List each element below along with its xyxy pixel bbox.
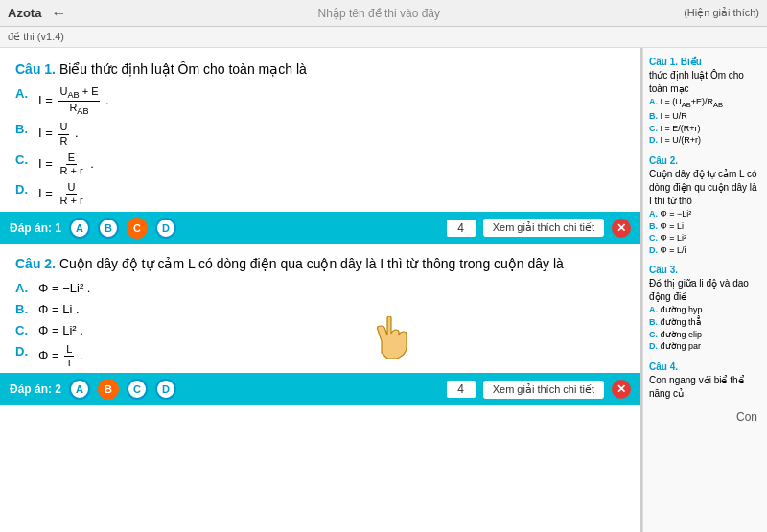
main-layout: Câu 1. Biểu thức định luật Ôm cho toàn m… <box>0 48 767 532</box>
q1-option-b[interactable]: B. I = UR . <box>15 121 625 147</box>
q1-text-d: I = UR + r <box>38 181 87 207</box>
right-q2-optc: C. Φ = Li² <box>649 232 761 244</box>
q1-text-a: I = UAB + ERAB . <box>38 85 109 117</box>
sub-bar: đề thi (v1.4) <box>0 27 767 48</box>
right-q4: Câu 4. Con ngang với biể thể năng củ <box>649 360 761 401</box>
version-label: đề thi (v1.4) <box>8 31 64 43</box>
right-q4-title: Câu 4. <box>649 360 761 374</box>
q1-letter-c: C. <box>15 151 35 169</box>
answer-bar-1: Đáp án: 1 A B C D 4 Xem giải thích chi t… <box>0 212 640 244</box>
title-input-placeholder[interactable]: Nhập tên đề thi vào đây <box>74 7 684 20</box>
q2-circle-b[interactable]: B <box>98 379 119 400</box>
q2-option-d[interactable]: D. Φ = Li . <box>15 343 625 369</box>
right-q2: Câu 2. Cuộn dây độ tự cảm L có dòng điện… <box>649 154 761 256</box>
app-logo: Azota <box>8 6 41 20</box>
question-block-1: Câu 1. Biểu thức định luật Ôm cho toàn m… <box>0 48 640 208</box>
right-q3-opta: A. đường hyp <box>649 304 761 316</box>
q2-letter-a: A. <box>15 280 35 297</box>
right-q2-optb: B. Φ = Li <box>649 220 761 233</box>
left-content[interactable]: Câu 1. Biểu thức định luật Ôm cho toàn m… <box>0 48 642 532</box>
right-q1: Câu 1. Biểu thức định luật Ôm cho toàn m… <box>649 56 761 147</box>
q2-score-box: 4 <box>447 381 476 398</box>
right-q1-optd: D. I = U/(R+r) <box>649 134 761 147</box>
right-q1-text: thức định luật Ôm cho toàn mạc <box>649 69 761 96</box>
right-q1-optb: B. I = U/R <box>649 110 761 123</box>
right-q4-text: Con ngang với biể thể năng củ <box>649 374 761 401</box>
q2-circle-c[interactable]: C <box>127 379 148 400</box>
right-q3: Câu 3. Đồ thị giữa li độ và dao động điề… <box>649 264 761 352</box>
q1-circle-c[interactable]: C <box>127 218 148 239</box>
q2-text-a: Φ = −Li² . <box>38 280 90 297</box>
q2-letter-b: B. <box>15 301 35 318</box>
right-q3-title: Câu 3. <box>649 264 761 277</box>
q2-letter-c: C. <box>15 322 35 339</box>
q1-circle-d[interactable]: D <box>155 218 176 239</box>
right-q2-text: Cuộn dây độ tự cảm L có dòng điện qu cuộ… <box>649 168 761 208</box>
title-bar: Azota ← Nhập tên đề thi vào đây (Hiện gi… <box>0 0 767 27</box>
q2-circle-d[interactable]: D <box>155 379 176 400</box>
q2-text-b: Φ = Li . <box>38 301 80 318</box>
q1-letter-b: B. <box>15 121 35 138</box>
back-button[interactable]: ← <box>51 5 66 22</box>
right-q2-optd: D. Φ = L/i <box>649 244 761 257</box>
right-q1-opta: A. I = (UAB+E)/RAB <box>649 96 761 110</box>
q2-text-d: Φ = Li . <box>38 343 83 369</box>
q1-option-c[interactable]: C. I = ER + r . <box>15 151 625 177</box>
right-q1-optc: C. I = E/(R+r) <box>649 123 761 135</box>
question-1-title: Câu 1. Biểu thức định luật Ôm cho toàn m… <box>15 59 625 80</box>
right-panel: Câu 1. Biểu thức định luật Ôm cho toàn m… <box>642 48 767 532</box>
answer-label-1: Đáp án: 1 <box>10 221 61 235</box>
q1-close-button[interactable]: ✕ <box>612 219 631 238</box>
q2-circle-a[interactable]: A <box>69 379 90 400</box>
q1-letter-a: A. <box>15 85 35 103</box>
q1-detail-button[interactable]: Xem giải thích chi tiết <box>483 219 604 237</box>
help-text[interactable]: (Hiện giải thích) <box>684 7 759 19</box>
question-block-2: Câu 2. Cuộn dây độ tự cảm L có dòng điện… <box>0 244 640 370</box>
q1-score-box: 4 <box>447 220 476 237</box>
con-label: Con <box>736 409 757 426</box>
q1-option-a[interactable]: A. I = UAB + ERAB . <box>15 85 625 117</box>
right-q3-text: Đồ thị giữa li độ và dao động điề <box>649 277 761 304</box>
q2-text-c: Φ = Li² . <box>38 322 83 339</box>
right-q1-title: Câu 1. Biểu <box>649 56 761 69</box>
q2-close-button[interactable]: ✕ <box>612 380 631 399</box>
q1-letter-d: D. <box>15 181 35 198</box>
q1-circle-b[interactable]: B <box>98 218 119 239</box>
q1-number: Câu 1. <box>15 61 56 77</box>
answer-bar-2: Đáp án: 2 A B C D 4 Xem giải thích chi t… <box>0 373 640 405</box>
q1-circle-a[interactable]: A <box>69 218 90 239</box>
right-q3-optc: C. đường elip <box>649 329 761 341</box>
q1-text-b: I = UR . <box>38 121 79 147</box>
q2-option-b[interactable]: B. Φ = Li . <box>15 301 625 318</box>
right-q3-optb: B. đường thẳ <box>649 316 761 329</box>
q2-option-c[interactable]: C. Φ = Li² . <box>15 322 625 339</box>
q2-detail-button[interactable]: Xem giải thích chi tiết <box>483 381 604 399</box>
right-q2-title: Câu 2. <box>649 154 761 168</box>
answer-label-2: Đáp án: 2 <box>10 382 61 396</box>
q1-option-d[interactable]: D. I = UR + r <box>15 181 625 207</box>
question-2-title: Câu 2. Cuộn dây độ tự cảm L có dòng điện… <box>15 254 625 274</box>
q2-number: Câu 2. <box>15 256 56 271</box>
q1-text-c: I = ER + r . <box>38 151 94 177</box>
q2-letter-d: D. <box>15 343 35 360</box>
q2-option-a[interactable]: A. Φ = −Li² . <box>15 280 625 297</box>
right-q3-optd: D. đường par <box>649 340 761 353</box>
right-q2-opta: A. Φ = −Li² <box>649 208 761 220</box>
